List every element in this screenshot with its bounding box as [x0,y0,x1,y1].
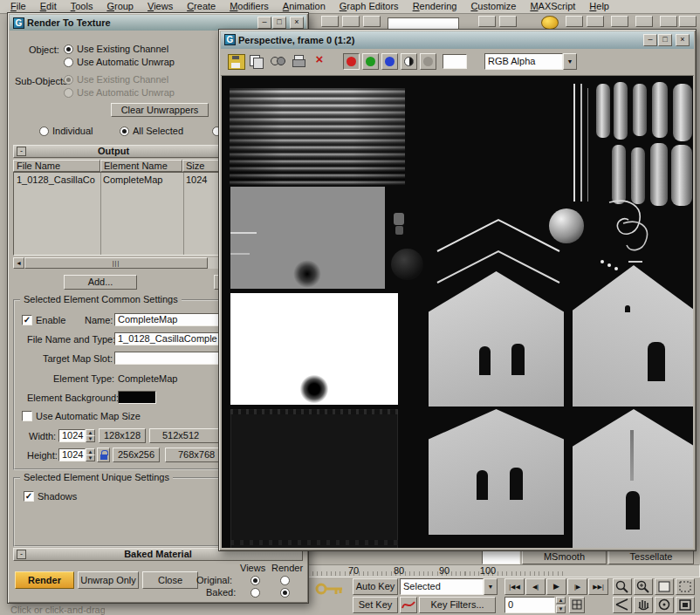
size-128-button[interactable]: 128x128 [99,428,146,443]
element-background-swatch[interactable] [118,391,156,404]
height-field[interactable]: 1024 [58,448,86,461]
original-render-radio[interactable] [280,576,290,585]
print-icon[interactable] [291,54,306,68]
menu-animation[interactable]: Animation [276,0,333,13]
alpha-channel-icon[interactable] [420,53,436,70]
selection-set-dropdown-arrow-icon[interactable]: ▼ [484,578,498,595]
height-spin-down-icon[interactable]: ▼ [86,454,95,461]
menu-group[interactable]: Group [100,0,141,13]
key-filters-button[interactable]: Key Filters... [419,597,496,613]
save-bitmap-icon[interactable] [228,54,245,70]
menu-rendering[interactable]: Rendering [406,0,464,13]
menu-customize[interactable]: Customize [463,0,523,13]
menu-views[interactable]: Views [141,0,180,13]
width-spin-down-icon[interactable]: ▼ [86,435,95,442]
toolbar-icon[interactable] [321,16,339,27]
toolbar-icon[interactable] [635,16,653,27]
minimize-icon[interactable]: – [257,17,271,29]
toolbar-icon[interactable] [587,16,604,27]
toolbar-icon[interactable] [499,16,517,27]
current-frame-field[interactable]: 0 [504,597,555,613]
close-icon[interactable]: × [290,17,304,29]
blue-channel-icon[interactable] [381,53,398,70]
scroll-left-icon[interactable]: ◄ [13,257,24,269]
frame-spin-up-icon[interactable]: ▲ [556,597,566,604]
channel-display-icon[interactable] [270,54,285,68]
monochrome-icon[interactable] [401,53,417,70]
timeline-ruler[interactable]: 70 80 90 100 [302,564,700,577]
clear-image-icon[interactable]: × [312,51,327,67]
close-button[interactable]: Close [142,571,198,589]
toolbar-icon[interactable] [566,16,583,27]
background-color-swatch[interactable] [443,54,467,69]
maximize-viewport-icon[interactable] [676,597,695,613]
vfb-title-bar[interactable]: G Perspective, frame 0 (1:2) – □ × [221,31,694,49]
clone-window-icon[interactable] [249,54,264,68]
pan-hand-icon[interactable] [634,597,653,613]
menu-maxscript[interactable]: MAXScript [523,0,582,13]
minimize-icon[interactable]: – [643,34,657,46]
size-256-button[interactable]: 256x256 [113,448,160,462]
zoom-region-icon[interactable] [676,578,695,595]
object-use-existing-radio[interactable] [64,44,73,54]
use-automatic-map-size-checkbox[interactable] [22,411,32,421]
unwrap-only-button[interactable]: Unwrap Only [78,571,139,589]
menu-create[interactable]: Create [180,0,223,13]
clear-unwrappers-button[interactable]: Clear Unwrappers [111,103,209,117]
menu-file[interactable]: File [3,0,33,13]
baked-views-radio[interactable] [250,588,260,598]
percent-snap-icon[interactable] [679,16,697,27]
enable-checkbox[interactable]: ✓ [22,315,32,325]
lock-aspect-icon[interactable] [97,448,110,462]
object-use-automatic-radio[interactable] [64,58,73,67]
zoom-icon[interactable] [613,578,632,595]
toolbar-icon[interactable] [363,16,381,27]
individual-radio[interactable] [39,126,49,136]
menu-edit[interactable]: Edit [33,0,64,13]
field-of-view-icon[interactable] [613,597,632,613]
toolbar-icon[interactable] [342,16,360,27]
render-teapot-icon[interactable] [541,16,559,30]
toolbar-icon[interactable] [611,16,628,27]
named-selection-field[interactable] [388,17,459,30]
set-key-button[interactable]: Set Key [353,597,398,613]
shadows-checkbox[interactable]: ✓ [24,491,34,502]
channel-display-dropdown[interactable]: RGB Alpha [484,53,563,70]
go-to-end-button[interactable]: ▶▶| [588,578,608,595]
tessellate-button[interactable]: Tessellate [608,550,694,564]
width-field[interactable]: 1024 [58,429,86,442]
maximize-icon[interactable]: □ [658,34,672,46]
frame-spin-down-icon[interactable]: ▼ [556,605,566,613]
menu-graph-editors[interactable]: Graph Editors [333,0,406,13]
previous-frame-button[interactable]: ◀| [525,578,546,595]
menu-modifiers[interactable]: Modifiers [223,0,276,13]
zoom-extents-icon[interactable] [655,578,674,595]
green-channel-icon[interactable] [362,53,379,70]
time-configuration-icon[interactable] [569,597,585,613]
scrollbar-thumb[interactable]: ||| [24,257,208,269]
collapse-icon[interactable]: - [17,550,26,559]
maximize-icon[interactable]: □ [272,17,286,29]
toolbar-icon[interactable] [478,16,496,27]
go-to-start-button[interactable]: |◀◀ [504,578,525,595]
modeling-value-field[interactable] [482,550,520,564]
collapse-icon[interactable]: - [17,147,26,156]
menu-tools[interactable]: Tools [64,0,100,13]
msmooth-button[interactable]: MSmooth [522,550,607,564]
arc-rotate-icon[interactable] [655,597,674,613]
snap-toggle-icon[interactable] [660,16,677,27]
close-icon[interactable]: × [676,34,690,46]
all-selected-radio[interactable] [120,126,129,136]
render-button[interactable]: Render [15,571,74,589]
baked-render-radio[interactable] [280,588,290,598]
original-views-radio[interactable] [250,576,260,585]
menu-help[interactable]: Help [582,0,616,13]
next-frame-button[interactable]: |▶ [567,578,587,595]
play-button[interactable]: ▶ [546,578,566,595]
red-channel-icon[interactable] [343,53,360,70]
selection-set-dropdown[interactable]: Selected [400,578,484,595]
zoom-all-icon[interactable] [634,578,653,595]
auto-key-button[interactable]: Auto Key [353,578,398,595]
channel-dropdown-arrow-icon[interactable]: ▼ [563,53,577,70]
add-element-button[interactable]: Add... [64,275,137,290]
